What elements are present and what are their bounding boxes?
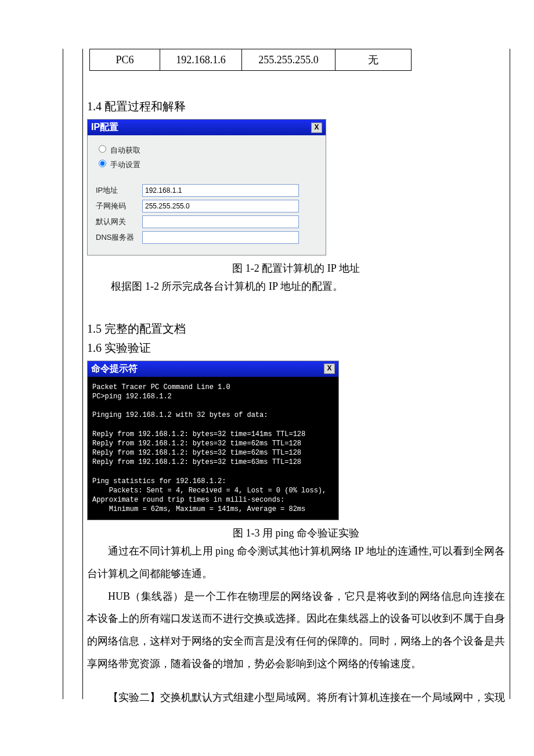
cell-pc: PC6 bbox=[90, 49, 160, 71]
command-output: Packet Tracer PC Command Line 1.0 PC>pin… bbox=[88, 377, 338, 520]
close-icon[interactable]: X bbox=[324, 363, 335, 374]
table-row: PC6 192.168.1.6 255.255.255.0 无 bbox=[90, 49, 412, 71]
section-1-4: 1.4 配置过程和解释 bbox=[87, 99, 505, 114]
static-option-row: 手动设置 bbox=[96, 158, 317, 170]
ip-config-body: 自动获取 手动设置 IP地址 子网掩码 默认网关 bbox=[88, 135, 326, 255]
page-border-inner bbox=[82, 49, 83, 699]
gateway-label: 默认网关 bbox=[96, 217, 142, 227]
content-area: PC6 192.168.1.6 255.255.255.0 无 1.4 配置过程… bbox=[87, 49, 505, 709]
page-border-right bbox=[510, 49, 510, 699]
ip-label: IP地址 bbox=[96, 185, 142, 196]
paragraph-hub: HUB（集线器）是一个工作在物理层的网络设备，它只是将收到的网络信息向连接在本设… bbox=[87, 585, 505, 675]
dhcp-radio[interactable] bbox=[99, 145, 106, 153]
cell-ip: 192.168.1.6 bbox=[160, 49, 242, 71]
cell-gw: 无 bbox=[335, 49, 412, 71]
mask-input[interactable] bbox=[142, 200, 299, 213]
ip-input[interactable] bbox=[142, 184, 299, 197]
ip-config-titlebar: IP配置 X bbox=[88, 120, 326, 135]
ip-row: IP地址 bbox=[96, 184, 317, 197]
page-border-left bbox=[63, 49, 63, 699]
ip-config-window: IP配置 X 自动获取 手动设置 IP地址 子网掩码 bbox=[87, 119, 326, 255]
paragraph-ping: 通过在不同计算机上用 ping 命令测试其他计算机网络 IP 地址的连通性,可以… bbox=[87, 540, 505, 585]
command-prompt-window: 命令提示符 X Packet Tracer PC Command Line 1.… bbox=[87, 361, 339, 521]
command-prompt-title: 命令提示符 bbox=[91, 363, 138, 375]
gateway-input[interactable] bbox=[142, 215, 299, 228]
dns-label: DNS服务器 bbox=[96, 232, 142, 243]
figure-1-3-caption: 图 1-3 用 ping 命令验证实验 bbox=[87, 526, 505, 540]
cell-mask: 255.255.255.0 bbox=[242, 49, 335, 71]
dns-input[interactable] bbox=[142, 231, 299, 244]
dhcp-option-row: 自动获取 bbox=[96, 143, 317, 156]
static-label: 手动设置 bbox=[110, 160, 140, 169]
paragraph-fig12: 根据图 1-2 所示完成各台计算机的 IP 地址的配置。 bbox=[87, 275, 505, 298]
close-icon[interactable]: X bbox=[311, 123, 322, 133]
figure-1-2-caption: 图 1-2 配置计算机的 IP 地址 bbox=[87, 261, 505, 275]
section-1-6: 1.6 实验验证 bbox=[87, 340, 505, 356]
ip-config-title: IP配置 bbox=[91, 121, 118, 134]
mask-label: 子网掩码 bbox=[96, 201, 142, 211]
dns-row: DNS服务器 bbox=[96, 231, 317, 244]
static-radio[interactable] bbox=[99, 160, 106, 167]
gateway-row: 默认网关 bbox=[96, 215, 317, 228]
command-prompt-titlebar: 命令提示符 X bbox=[88, 361, 338, 377]
page: PC6 192.168.1.6 255.255.255.0 无 1.4 配置过程… bbox=[0, 0, 534, 756]
section-1-5: 1.5 完整的配置文档 bbox=[87, 321, 505, 337]
paragraph-exp2: 【实验二】交换机默认方式组建小型局域网。将所有计算机连接在一个局域网中，实现 bbox=[87, 686, 505, 709]
dhcp-label: 自动获取 bbox=[110, 146, 140, 154]
ip-table: PC6 192.168.1.6 255.255.255.0 无 bbox=[89, 49, 412, 71]
mask-row: 子网掩码 bbox=[96, 200, 317, 213]
